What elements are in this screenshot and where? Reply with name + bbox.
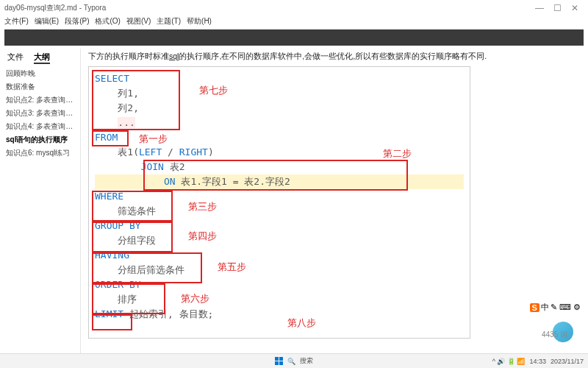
ime-toolbar[interactable]: S中✎ ⌨ ⚙ — [530, 302, 581, 313]
outline-item[interactable]: 数据准备 — [3, 80, 77, 93]
outline-item[interactable]: 知识点4: 多表查询之子查询 — [3, 120, 77, 133]
tray-icons[interactable]: ^ 🔊 🔋 📶 — [492, 358, 526, 365]
step7: 第七步 — [199, 83, 228, 98]
step1: 第一步 — [139, 132, 168, 146]
clock-time[interactable]: 14:33 — [529, 358, 546, 365]
step4: 第四步 — [188, 229, 217, 244]
step8: 第八步 — [287, 316, 316, 330]
paragraph: 下方的执行顺序时标准sql的执行顺序,在不同的数据库软件中,会做一些优化,所以有… — [88, 52, 581, 62]
taskbar: 🔍 搜索 ^ 🔊 🔋 📶 14:33 2023/11/17 — [0, 353, 588, 368]
kw-from: FROM — [95, 132, 118, 143]
outline-item[interactable]: 知识点6: mysql练习 — [3, 146, 77, 160]
kw-limit: LIMIT — [95, 308, 123, 319]
tab-outline[interactable]: 大纲 — [34, 52, 50, 64]
clock-date[interactable]: 2023/11/17 — [551, 358, 584, 365]
outline-item[interactable]: 知识点3: 多表查询之连接关键字的省略 — [3, 107, 77, 120]
app-title: day06-mysql查询2.md - Typora — [4, 3, 106, 13]
word-count: 4435 词 — [542, 330, 567, 340]
code-block[interactable]: SELECT 列1, 列2, ... FROM 表1(LEFT / RIGHT)… — [88, 66, 470, 339]
menu-view[interactable]: 视图(V) — [126, 16, 151, 29]
menubar: 文件(F) 编辑(E) 段落(P) 格式(O) 视图(V) 主题(T) 帮助(H… — [0, 16, 588, 29]
step5: 第五步 — [218, 260, 246, 275]
kw-on: ON — [164, 176, 176, 187]
tab-files[interactable]: 文件 — [7, 52, 24, 64]
menu-help[interactable]: 帮助(H) — [187, 16, 212, 29]
step3: 第三步 — [188, 199, 217, 214]
dark-toolbar — [4, 29, 584, 46]
titlebar: day06-mysql查询2.md - Typora — ☐ ✕ — [0, 0, 588, 16]
menu-theme[interactable]: 主题(T) — [157, 16, 181, 29]
taskbar-search[interactable]: 搜索 — [300, 356, 313, 366]
outline-item[interactable]: 回顾昨晚 — [3, 67, 77, 80]
step2: 第二步 — [383, 146, 412, 161]
menu-paragraph[interactable]: 段落(P) — [65, 16, 89, 29]
outline-item[interactable]: 知识点2: 多表查询之as语法 — [3, 93, 77, 107]
menu-edit[interactable]: 编辑(E) — [35, 16, 59, 29]
step6: 第六步 — [181, 291, 209, 306]
kw-join: JOIN — [141, 161, 164, 172]
start-button[interactable] — [275, 357, 283, 365]
editor-pane[interactable]: 下方的执行顺序时标准sql的执行顺序,在不同的数据库软件中,会做一些优化,所以有… — [81, 49, 588, 356]
outline-item-active[interactable]: sql语句的执行顺序 — [3, 133, 77, 146]
kw-group: GROUP BY — [95, 220, 141, 231]
kw-order: ORDER BY — [95, 279, 141, 290]
minimize-button[interactable]: — — [531, 3, 548, 13]
close-button[interactable]: ✕ — [566, 3, 584, 13]
menu-file[interactable]: 文件(F) — [4, 16, 29, 29]
sidebar: 文件 大纲 回顾昨晚 数据准备 知识点2: 多表查询之as语法 知识点3: 多表… — [0, 49, 81, 356]
kw-having: HAVING — [95, 250, 129, 261]
search-icon[interactable]: 🔍 — [287, 358, 295, 365]
menu-format[interactable]: 格式(O) — [95, 16, 120, 29]
kw-select: SELECT — [95, 73, 129, 84]
maximize-button[interactable]: ☐ — [548, 3, 566, 13]
kw-where: WHERE — [95, 191, 123, 202]
